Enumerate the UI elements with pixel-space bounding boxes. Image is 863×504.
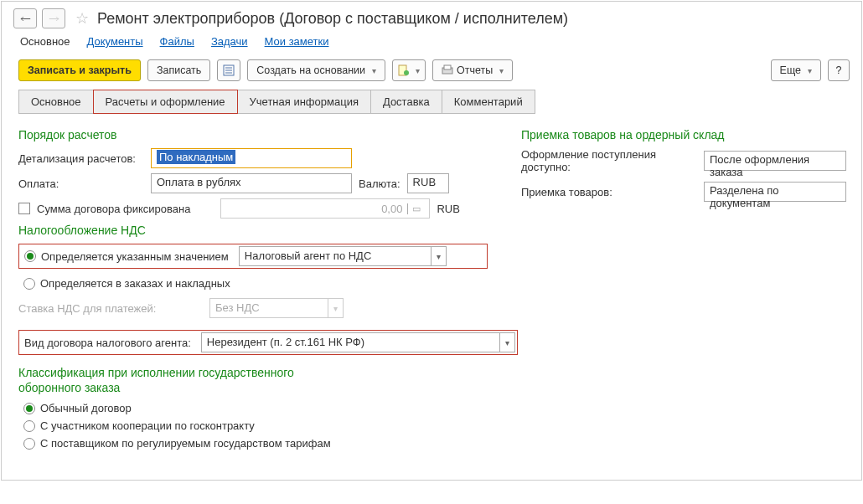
vat-rate-select[interactable]: Без НДС ▾ <box>209 298 344 318</box>
chevron-down-icon: ▾ <box>372 66 376 75</box>
nav-notes[interactable]: Мои заметки <box>265 35 329 48</box>
help-button[interactable]: ? <box>828 59 850 81</box>
defense-normal-label: Обычный договор <box>40 402 132 414</box>
amount-field[interactable]: 0,00 ▭ <box>220 198 430 219</box>
amount-currency: RUB <box>437 203 459 215</box>
chevron-down-icon: ▾ <box>416 66 420 75</box>
toolbar: Записать и закрыть Записать Создать на о… <box>2 56 861 90</box>
save-close-button[interactable]: Записать и закрыть <box>18 59 141 81</box>
right-column: Приемка товаров на ордерный склад Оформл… <box>521 123 846 455</box>
print-icon <box>442 64 453 76</box>
calculator-icon[interactable]: ▭ <box>407 203 424 214</box>
section-nav: Основное Документы Файлы Задачи Мои заме… <box>2 32 861 56</box>
forward-button[interactable]: 🡒 <box>42 8 65 28</box>
nav-tasks[interactable]: Задачи <box>211 35 248 48</box>
receipt-goods-label: Приемка товаров: <box>521 186 697 198</box>
attach-button[interactable]: ▾ <box>392 59 426 81</box>
payment-label: Оплата: <box>18 177 144 190</box>
chevron-down-icon[interactable]: ▾ <box>499 333 514 352</box>
currency-label: Валюта: <box>359 177 400 190</box>
tab-comment[interactable]: Комментарий <box>442 90 535 114</box>
detail-field[interactable]: По накладным <box>151 148 352 168</box>
chevron-down-icon: ▾ <box>499 66 504 75</box>
favorite-star-icon[interactable]: ☆ <box>75 9 89 28</box>
defense-coop-label: С участником кооперации по госконтракту <box>40 419 255 432</box>
fixed-sum-checkbox[interactable] <box>18 203 30 214</box>
defense-normal-radio[interactable] <box>23 403 35 414</box>
nav-main[interactable]: Основное <box>20 35 70 48</box>
list-icon-button[interactable] <box>217 59 240 81</box>
vat-by-orders-radio[interactable] <box>23 278 35 290</box>
chevron-down-icon[interactable]: ▾ <box>328 299 343 317</box>
vat-mode-value: Налоговый агент по НДС <box>240 247 431 265</box>
tab-calculations[interactable]: Расчеты и оформление <box>93 90 238 114</box>
page-title: Ремонт электроприборов (Договор с постав… <box>97 10 568 28</box>
section-defense-title: Классификация при исполнении государстве… <box>18 365 337 395</box>
svg-rect-7 <box>444 65 451 69</box>
detail-label: Детализация расчетов: <box>18 152 144 165</box>
receipt-avail-field[interactable]: После оформления заказа <box>704 151 846 171</box>
payment-field[interactable]: Оплата в рублях <box>151 173 352 193</box>
agent-type-label: Вид договора налогового агента: <box>21 334 194 352</box>
agent-type-select[interactable]: Нерезидент (п. 2 ст.161 НК РФ) ▾ <box>201 332 515 352</box>
defense-supplier-label: С поставщиком по регулируемым государств… <box>40 437 331 450</box>
chevron-down-icon: ▾ <box>808 66 812 75</box>
section-vat-title: Налогообложение НДС <box>18 224 488 237</box>
left-column: Порядок расчетов Детализация расчетов: П… <box>18 123 488 455</box>
tab-accounting[interactable]: Учетная информация <box>237 90 371 114</box>
defense-supplier-radio[interactable] <box>23 438 35 450</box>
tab-main[interactable]: Основное <box>18 90 94 114</box>
create-from-button[interactable]: Создать на основании ▾ <box>247 59 385 81</box>
receipt-avail-label: Оформление поступления доступно: <box>521 148 697 173</box>
nav-documents[interactable]: Документы <box>87 35 143 48</box>
vat-rate-label: Ставка НДС для платежей: <box>18 302 203 315</box>
form-tabs: Основное Расчеты и оформление Учетная ин… <box>18 90 845 115</box>
create-from-label: Создать на основании <box>256 64 365 76</box>
vat-by-value-label: Определяется указанным значением <box>41 250 229 263</box>
svg-point-5 <box>404 70 409 75</box>
more-label: Еще <box>780 64 801 76</box>
window: 🡐 🡒 ☆ Ремонт электроприборов (Договор с … <box>1 1 862 481</box>
vat-by-orders-label: Определяется в заказах и накладных <box>40 277 230 290</box>
content: Порядок расчетов Детализация расчетов: П… <box>2 115 861 463</box>
back-button[interactable]: 🡐 <box>13 8 37 28</box>
reports-label: Отчеты <box>457 64 493 76</box>
more-button[interactable]: Еще ▾ <box>771 59 821 81</box>
agent-type-value: Нерезидент (п. 2 ст.161 НК РФ) <box>202 333 499 352</box>
detail-value: По накладным <box>157 150 235 164</box>
section-receipt-title: Приемка товаров на ордерный склад <box>521 128 846 141</box>
receipt-goods-field[interactable]: Разделена по документам <box>704 182 846 202</box>
nav-files[interactable]: Файлы <box>160 35 194 48</box>
fixed-sum-label: Сумма договора фиксирована <box>37 203 190 215</box>
tab-delivery[interactable]: Доставка <box>370 90 442 114</box>
vat-mode-select[interactable]: Налоговый агент по НДС ▾ <box>239 246 447 266</box>
list-icon <box>223 64 235 76</box>
section-order-title: Порядок расчетов <box>18 128 488 141</box>
currency-field[interactable]: RUB <box>407 173 449 193</box>
report-icon <box>398 64 409 76</box>
vat-by-value-radio[interactable] <box>24 250 36 262</box>
chevron-down-icon[interactable]: ▾ <box>431 247 446 265</box>
vat-rate-value: Без НДС <box>210 299 328 317</box>
reports-button[interactable]: Отчеты ▾ <box>432 59 513 81</box>
amount-value: 0,00 <box>226 200 407 218</box>
defense-coop-radio[interactable] <box>23 420 35 432</box>
save-button[interactable]: Записать <box>147 59 210 81</box>
header: 🡐 🡒 ☆ Ремонт электроприборов (Договор с … <box>2 2 861 32</box>
